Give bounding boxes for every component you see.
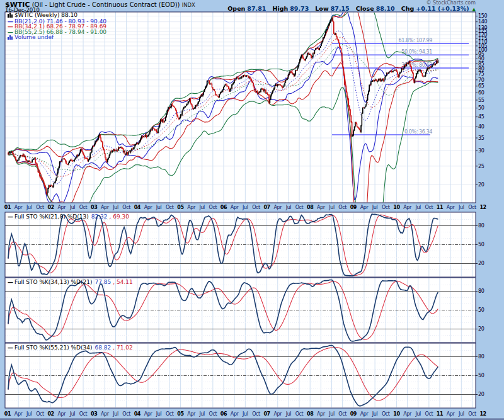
svg-text:Apr: Apr <box>273 205 282 210</box>
svg-text:12: 12 <box>479 411 486 417</box>
svg-text:Apr: Apr <box>14 411 23 417</box>
svg-text:05: 05 <box>177 411 184 417</box>
svg-text:Oct: Oct <box>468 205 476 210</box>
legend-main-label: $WTIC (Weekly) 88.10 <box>14 12 77 18</box>
high-value: 89.73 <box>290 5 309 12</box>
line-swatch-icon: — <box>8 213 13 220</box>
high-label: High <box>272 5 288 12</box>
svg-text:Oct: Oct <box>36 205 44 210</box>
svg-text:Oct: Oct <box>468 411 476 417</box>
svg-text:Jul: Jul <box>26 205 32 210</box>
ohlc-quote-bar: Open87.81 High89.73 Low87.15 Close88.10 … <box>223 5 476 12</box>
svg-text:Oct: Oct <box>166 411 174 417</box>
svg-text:80: 80 <box>478 354 484 360</box>
svg-text:Apr: Apr <box>57 205 66 210</box>
stoch-panel-2-k-value: 77.85 <box>94 279 111 285</box>
stoch-panel-1-k-value: 82.32 <box>91 213 108 220</box>
close-label: Close <box>356 5 374 12</box>
svg-text:Jul: Jul <box>112 205 118 210</box>
svg-text:Jul: Jul <box>242 205 248 210</box>
open-value: 87.81 <box>247 5 266 12</box>
svg-text:20: 20 <box>478 261 484 266</box>
svg-text:Apr: Apr <box>101 411 110 417</box>
svg-text:11: 11 <box>437 205 444 210</box>
svg-text:Jul: Jul <box>69 411 76 417</box>
svg-text:Jul: Jul <box>112 411 118 417</box>
stoch-panel-3-k-value: 68.82 <box>94 344 111 351</box>
svg-text:50.0%: 94.31: 50.0%: 94.31 <box>401 49 432 55</box>
svg-text:01: 01 <box>4 205 11 210</box>
low-label: Low <box>315 5 328 12</box>
svg-text:80: 80 <box>478 288 484 294</box>
svg-text:Apr: Apr <box>101 205 110 210</box>
svg-text:35: 35 <box>478 135 484 141</box>
svg-text:Jul: Jul <box>156 205 162 210</box>
svg-text:20: 20 <box>478 182 484 188</box>
up-arrow-icon: ▲ <box>472 7 476 12</box>
svg-text:Oct: Oct <box>425 205 433 210</box>
svg-text:55: 55 <box>478 98 484 103</box>
svg-text:Apr: Apr <box>144 411 153 417</box>
svg-text:Jul: Jul <box>328 411 335 417</box>
chg-label: Chg <box>401 5 415 12</box>
svg-text:Apr: Apr <box>231 205 239 210</box>
line-swatch-icon: — <box>8 29 13 35</box>
svg-text:30: 30 <box>478 148 484 154</box>
stoch-panel-3-label: Full STO %K(55,21) %D(34) <box>14 344 92 351</box>
svg-text:Oct: Oct <box>252 205 260 210</box>
svg-text:Oct: Oct <box>295 205 304 210</box>
svg-text:02: 02 <box>47 205 54 210</box>
svg-text:Apr: Apr <box>144 205 153 210</box>
svg-text:Oct: Oct <box>295 411 304 417</box>
title-description: (Oil - Light Crude - Continuous Contract… <box>32 1 180 8</box>
svg-text:45: 45 <box>478 114 484 120</box>
svg-text:Apr: Apr <box>187 205 196 210</box>
svg-text:20: 20 <box>478 326 484 332</box>
svg-text:61.8%: 107.99: 61.8%: 107.99 <box>399 38 433 43</box>
svg-text:07: 07 <box>263 205 270 210</box>
svg-text:Apr: Apr <box>14 205 23 210</box>
svg-text:Apr: Apr <box>447 205 455 210</box>
svg-text:Jul: Jul <box>242 411 248 417</box>
stockcharts-page: 1501401301251201151101051009590858075706… <box>0 0 504 420</box>
chart-legend: $WTIC (Weekly) 88.10 —BB(21,2.0) 71.46 -… <box>8 13 106 41</box>
svg-text:12: 12 <box>479 205 486 210</box>
svg-text:Jul: Jul <box>198 411 205 417</box>
svg-text:10: 10 <box>393 411 400 417</box>
stoch-panel-1-label: Full STO %K(21,8) %D(13) <box>14 213 89 220</box>
svg-text:Oct: Oct <box>79 205 88 210</box>
svg-text:0.0%: 36.34: 0.0%: 36.34 <box>404 129 432 135</box>
svg-text:Apr: Apr <box>273 411 282 417</box>
svg-text:80: 80 <box>478 223 484 229</box>
low-value: 87.15 <box>331 5 350 12</box>
svg-text:Apr: Apr <box>231 411 239 417</box>
svg-text:140: 140 <box>478 19 487 25</box>
svg-text:75: 75 <box>478 71 484 77</box>
stoch-panel-2-header: —Full STO %K(34,13) %D(21)77.85, 54.11 <box>8 279 133 285</box>
svg-text:Oct: Oct <box>166 205 174 210</box>
svg-text:Oct: Oct <box>36 411 44 417</box>
svg-text:50: 50 <box>478 373 484 378</box>
svg-text:08: 08 <box>307 411 314 417</box>
line-swatch-icon: — <box>8 279 13 285</box>
svg-text:65: 65 <box>478 83 484 89</box>
svg-text:Oct: Oct <box>338 205 346 210</box>
svg-text:Apr: Apr <box>57 411 66 417</box>
open-label: Open <box>227 5 245 12</box>
svg-text:25: 25 <box>478 164 484 169</box>
svg-text:Oct: Oct <box>79 411 88 417</box>
volume-icon <box>8 35 13 41</box>
svg-text:Apr: Apr <box>360 205 369 210</box>
svg-text:02: 02 <box>47 411 54 417</box>
svg-text:Oct: Oct <box>209 205 217 210</box>
svg-text:04: 04 <box>134 411 141 417</box>
svg-text:150: 150 <box>478 13 487 19</box>
line-swatch-icon: — <box>8 344 13 351</box>
svg-text:Jul: Jul <box>156 411 162 417</box>
svg-text:Jul: Jul <box>458 411 464 417</box>
chg-value: +0.11 (+0.13%) <box>416 5 469 12</box>
svg-text:50: 50 <box>478 307 484 313</box>
stoch-panel-3-d-value: , 71.02 <box>113 344 133 351</box>
svg-text:Jul: Jul <box>285 411 292 417</box>
svg-text:04: 04 <box>134 205 141 210</box>
